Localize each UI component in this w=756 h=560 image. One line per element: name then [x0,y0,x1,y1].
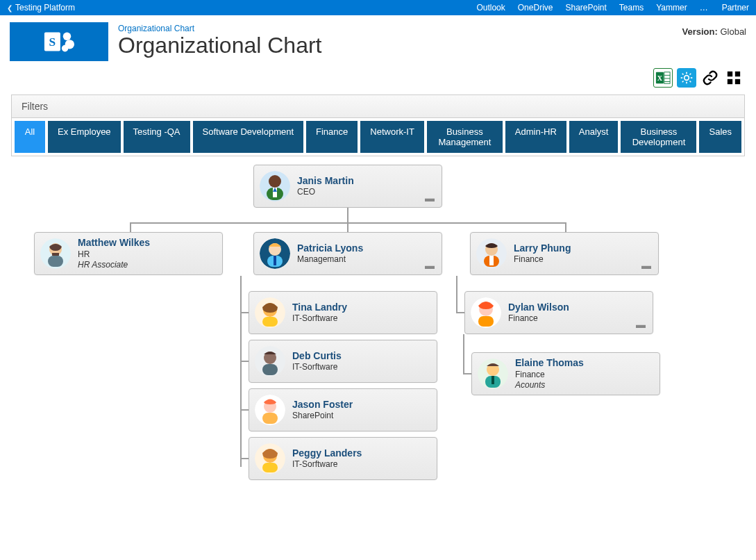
connector-line [347,222,348,232]
export-excel-button[interactable]: X [653,68,673,88]
org-node-dept: Finance [508,313,647,324]
svg-point-11 [684,76,689,81]
org-node-name: Deb Curtis [292,350,431,363]
org-chart: Janis Martin CEO ▬ Matthew Wilkes HR HR … [11,163,745,552]
svg-rect-31 [48,256,63,267]
org-node-role: HR Associate [78,260,217,270]
avatar-icon [255,297,285,328]
org-node-dept: IT-Sorftware [292,313,431,324]
org-node[interactable]: Patricia Lyons Managemant ▬ [253,232,442,275]
site-name-area[interactable]: ❮ Testing Platform [7,3,75,13]
connector-line [456,312,464,313]
suite-links: Outlook OneDrive SharePoint Teams Yammer… [476,3,749,13]
org-node[interactable]: Tina Landry IT-Sorftware [249,291,437,334]
page-title: Organizational Chart [118,33,682,58]
excel-icon: X [655,70,671,85]
connector-line [456,276,457,313]
sharepoint-logo-tile[interactable]: S [10,22,108,61]
grid-view-button[interactable] [724,68,744,88]
svg-rect-49 [262,413,278,424]
svg-point-25 [269,175,281,188]
avatar-icon [260,238,290,269]
org-node[interactable]: Elaine Thomas Finance Acounts [471,352,660,395]
svg-line-18 [682,81,684,83]
filter-tab-finance[interactable]: Finance [306,121,358,153]
filter-tab-software-dev[interactable]: Software Development [193,121,304,153]
connector-line [347,207,348,222]
org-node-name: Tina Landry [292,302,431,314]
svg-rect-22 [728,79,732,84]
connector-line [240,458,249,459]
svg-rect-55 [478,316,494,327]
suite-link-outlook[interactable]: Outlook [476,3,505,13]
suite-link-teams[interactable]: Teams [619,3,644,13]
svg-rect-23 [735,79,740,84]
suite-bar: ❮ Testing Platform Outlook OneDrive Shar… [0,0,756,15]
collapse-toggle-icon[interactable]: ▬ [425,261,435,270]
svg-rect-43 [262,317,278,327]
org-node-dept: Finance [514,254,653,265]
breadcrumb[interactable]: Organizational Chart [118,24,682,33]
filter-tab-sales[interactable]: Sales [699,121,741,153]
org-node[interactable]: Dylan Wilson Finance ▬ [464,291,653,334]
org-node[interactable]: Jason Foster SharePoint [249,388,437,431]
settings-button[interactable] [677,68,696,88]
connector-line [240,409,249,411]
org-node-name: Janis Martin [297,175,436,188]
svg-line-16 [682,74,684,75]
back-caret-icon: ❮ [7,4,12,12]
suite-link-onedrive[interactable]: OneDrive [518,3,553,13]
org-node-dept: HR [78,249,217,260]
filter-tab-business-dev[interactable]: Business Development [621,121,696,153]
suite-link-yammer[interactable]: Yammer [656,3,687,13]
svg-rect-40 [489,256,494,265]
org-node[interactable]: Larry Phung Finance ▬ [470,232,659,275]
org-node-role: Acounts [515,380,654,390]
filter-tab-network-it[interactable]: Network-IT [360,121,424,153]
svg-point-2 [63,33,72,41]
filter-tab-business-mgmt[interactable]: Business Management [427,121,503,153]
gear-icon [680,71,694,85]
collapse-toggle-icon[interactable]: ▬ [425,193,435,203]
svg-rect-46 [262,364,278,375]
version-value: Global [720,26,746,37]
filter-tabs: All Ex Employee Testing -QA Software Dev… [12,118,744,156]
org-node-name: Jason Foster [292,399,431,411]
org-node[interactable]: Deb Curtis IT-Sorftware [249,340,437,383]
svg-rect-36 [274,256,276,265]
svg-rect-20 [728,72,732,76]
org-node-dept: Finance [515,370,654,380]
filter-tab-ex-employee[interactable]: Ex Employee [48,121,121,153]
copy-link-button[interactable] [700,68,720,88]
page-header: S Organizational Chart Organizational Ch… [0,15,756,64]
org-node-name: Patricia Lyons [297,242,436,255]
filter-tab-testing-qa[interactable]: Testing -QA [124,121,190,153]
svg-rect-59 [492,376,494,384]
suite-link-more-icon[interactable]: … [700,3,709,13]
connector-line [463,373,471,374]
link-icon [702,69,719,86]
svg-line-17 [690,81,691,83]
org-node-ceo[interactable]: Janis Martin CEO ▬ [253,165,442,208]
toolbar: X [0,64,756,92]
org-node-name: Dylan Wilson [508,302,647,314]
org-node[interactable]: Matthew Wilkes HR HR Associate [34,232,223,275]
org-node-dept: IT-Sorftware [292,362,431,372]
suite-link-sharepoint[interactable]: SharePoint [565,3,606,13]
collapse-toggle-icon[interactable]: ▬ [636,320,646,329]
collapse-toggle-icon[interactable]: ▬ [641,261,651,270]
filter-tab-all[interactable]: All [15,121,45,153]
avatar-icon [476,238,507,269]
svg-text:X: X [657,74,663,82]
svg-line-19 [690,74,691,75]
org-node-name: Elaine Thomas [515,357,654,370]
filter-tab-analyst[interactable]: Analyst [569,121,619,153]
org-node-dept: SharePoint [292,411,431,421]
filters-panel: Filters All Ex Employee Testing -QA Soft… [11,94,745,156]
filter-tab-admin-hr[interactable]: Admin-HR [505,121,566,153]
connector-line [240,276,242,467]
org-node[interactable]: Peggy Landers IT-Sorftware [249,437,437,480]
connector-line [240,312,249,313]
org-node-name: Peggy Landers [292,447,431,460]
suite-link-partner[interactable]: Partner [722,3,749,13]
